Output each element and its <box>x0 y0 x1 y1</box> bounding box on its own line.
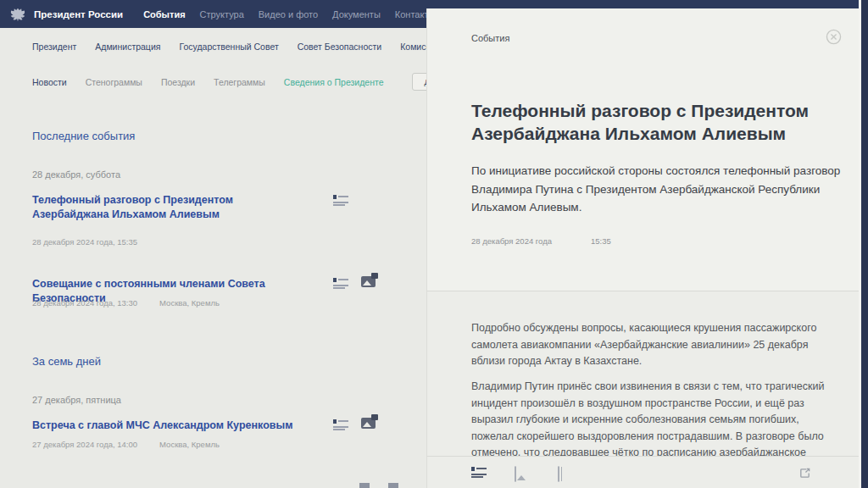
event-datetime: 28 декабря 2024 года, 13:30 <box>32 298 137 308</box>
event-datetime: 27 декабря 2024 года, 14:00 <box>32 440 137 449</box>
event-meta: 28 декабря 2024 года, 13:30 Москва, Крем… <box>32 298 220 308</box>
transcript-icon[interactable] <box>333 278 348 290</box>
filter-telegrams[interactable]: Телеграммы <box>214 77 265 87</box>
article-paragraph: Подробно обсуждены вопросы, касающиеся к… <box>471 320 843 370</box>
nav-item-events[interactable]: События <box>143 9 185 19</box>
transcript-icon[interactable] <box>333 419 348 431</box>
article-panel-header-bg <box>427 8 860 291</box>
layout-tab-icon[interactable] <box>558 467 559 482</box>
event-location: Москва, Кремль <box>159 298 220 308</box>
nav-item-documents[interactable]: Документы <box>332 9 381 19</box>
date-group-label: 27 декабря, пятница <box>32 395 121 405</box>
nav-item-video-photo[interactable]: Видео и фото <box>259 9 318 19</box>
coat-of-arms-icon <box>8 6 27 23</box>
photo-count-badge <box>371 414 378 420</box>
kremlin-site-screenshot: Президент России События Структура Видео… <box>0 0 868 488</box>
filter-trips[interactable]: Поездки <box>161 77 195 87</box>
event-link-emercom-meeting[interactable]: Встреча с главой МЧС Александром Куренко… <box>32 419 312 433</box>
filter-president-info[interactable]: Сведения о Президенте <box>284 77 384 87</box>
event-location: Москва, Кремль <box>159 440 220 449</box>
page-edge-strip <box>861 0 868 488</box>
article-panel: События Телефонный разговор с Президенто… <box>426 8 860 488</box>
close-icon[interactable] <box>826 29 842 45</box>
article-date: 28 декабря 2024 года <box>471 236 552 246</box>
nav-item-president[interactable]: Президент <box>32 42 76 52</box>
event-link-phone-call[interactable]: Телефонный разговор с Президентом Азерба… <box>32 193 312 222</box>
filters-nav: Новости Стенограммы Поездки Телеграммы С… <box>32 73 490 91</box>
photos-tab-icon[interactable] <box>515 467 516 482</box>
divider <box>427 291 860 291</box>
date-group-label: 28 декабря, суббота <box>32 169 120 180</box>
photos-icon[interactable] <box>361 276 376 287</box>
article-lead: По инициативе российской стороны состоял… <box>471 162 843 217</box>
header-strip <box>426 0 860 8</box>
site-title[interactable]: Президент России <box>34 9 123 19</box>
nav-item-security-council[interactable]: Совет Безопасности <box>298 42 381 52</box>
transcript-tab-icon[interactable] <box>471 467 487 479</box>
article-time: 15:35 <box>591 236 611 246</box>
site-header: Президент России События Структура Видео… <box>0 0 426 28</box>
article-toolbar <box>427 456 860 488</box>
filter-transcripts[interactable]: Стенограммы <box>86 77 142 87</box>
clipped-icon <box>359 483 370 488</box>
article-meta: 28 декабря 2024 года 15:35 <box>471 236 611 246</box>
event-datetime: 28 декабря 2024 года, 15:35 <box>32 237 137 247</box>
section-last-seven-days[interactable]: За семь дней <box>32 355 101 368</box>
event-meta: 27 декабря 2024 года, 14:00 Москва, Крем… <box>32 440 220 449</box>
transcript-icon[interactable] <box>333 195 348 207</box>
section-latest-events[interactable]: Последние события <box>32 130 135 142</box>
panel-breadcrumb[interactable]: События <box>471 33 509 43</box>
sections-nav: Президент Администрация Государственный … <box>32 42 480 52</box>
filter-news[interactable]: Новости <box>32 77 67 87</box>
photos-icon[interactable] <box>361 418 376 429</box>
nav-item-structure[interactable]: Структура <box>200 9 244 19</box>
clipped-icon <box>388 483 398 488</box>
event-meta: 28 декабря 2024 года, 15:35 <box>32 237 137 247</box>
nav-item-state-council[interactable]: Государственный Совет <box>179 42 278 52</box>
article-title: Телефонный разговор с Президентом Азерба… <box>471 99 843 145</box>
share-icon[interactable] <box>798 467 811 483</box>
photo-count-badge <box>371 273 378 279</box>
nav-item-administration[interactable]: Администрация <box>95 42 160 52</box>
